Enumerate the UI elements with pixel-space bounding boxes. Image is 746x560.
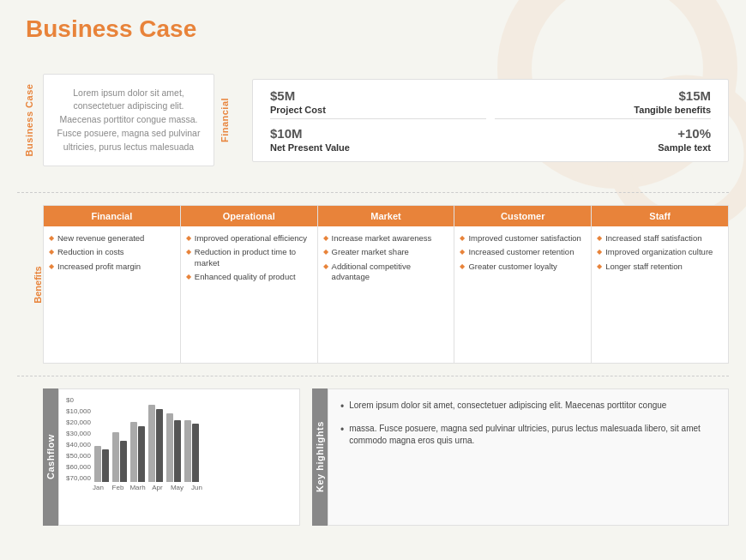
list-item: • Lorem ipsum dolor sit amet, consectetu…: [340, 400, 716, 414]
benefit-col-customer: Customer ◆Improved customer satisfaction…: [454, 205, 592, 364]
list-item: ◆Longer staff retention: [597, 262, 723, 272]
bottom-row: Cashflow $70,000 $60,000 $50,000 $40,000…: [17, 388, 729, 526]
diamond-icon: ◆: [323, 248, 328, 256]
list-item: ◆Improved customer satisfaction: [460, 233, 586, 244]
cashflow-panel: Cashflow $70,000 $60,000 $50,000 $40,000…: [43, 388, 300, 526]
diamond-icon: ◆: [186, 273, 191, 281]
benefit-col-financial: Financial ◆New revenue generated ◆Reduct…: [43, 205, 181, 364]
diamond-icon: ◆: [186, 234, 191, 243]
benefit-body-staff: ◆Increased staff satisfaction ◆Improved …: [592, 226, 728, 363]
key-highlights-panel: Key highlights • Lorem ipsum dolor sit a…: [312, 388, 729, 526]
bar: [166, 413, 173, 482]
bar: [130, 422, 137, 482]
project-cost-value: $5M: [270, 88, 486, 103]
npv-label: Net Present Value: [270, 142, 486, 153]
list-item: ◆Improved organization culture: [597, 247, 723, 257]
diamond-icon: ◆: [186, 248, 191, 256]
bar: [138, 426, 145, 482]
business-case-text: Lorem ipsum dolor sit amet, consectetuer…: [56, 87, 202, 154]
benefit-header-customer: Customer: [454, 206, 591, 226]
benefit-col-operational: Operational ◆Improved operational effici…: [181, 205, 318, 364]
list-item: • massa. Fusce posuere, magna sed pulvin…: [340, 423, 716, 447]
benefit-header-staff: Staff: [592, 206, 728, 226]
benefits-label: Benefits: [33, 266, 43, 303]
benefit-header-market: Market: [318, 206, 454, 226]
business-case-label: Business Case: [24, 84, 34, 157]
sample-text-label: Sample text: [495, 142, 711, 153]
page-title: Business Case: [26, 15, 196, 43]
diamond-icon: ◆: [49, 248, 54, 256]
bar-group-may: [166, 413, 181, 482]
diamond-icon: ◆: [597, 262, 602, 271]
bar: [192, 424, 199, 482]
bar: [156, 409, 163, 482]
key-highlights-content: • Lorem ipsum dolor sit amet, consectetu…: [328, 388, 729, 526]
diamond-icon: ◆: [49, 262, 54, 271]
list-item: ◆Improved operational efficiency: [186, 233, 312, 244]
benefits-section: Financial ◆New revenue generated ◆Reduct…: [43, 205, 729, 364]
bar-group-jan: [94, 446, 109, 482]
bar-group-feb: [112, 432, 127, 482]
bar-group-mar: [130, 422, 145, 482]
list-item: ◆Increased customer retention: [460, 247, 586, 257]
bar: [112, 432, 119, 482]
bar: [148, 405, 155, 482]
chart-bars: [94, 396, 292, 482]
diamond-icon: ◆: [49, 234, 54, 243]
bullet-icon: •: [340, 423, 344, 447]
benefit-body-market: ◆Increase market awareness ◆Greater mark…: [318, 226, 454, 363]
list-item: ◆Reduction in product time to market: [186, 247, 312, 268]
diamond-icon: ◆: [460, 234, 465, 243]
list-item: ◆Greater customer loyalty: [460, 262, 586, 272]
benefit-header-financial: Financial: [44, 206, 180, 226]
business-case-panel: Lorem ipsum dolor sit amet, consectetuer…: [43, 74, 214, 167]
benefit-col-market: Market ◆Increase market awareness ◆Great…: [318, 205, 455, 364]
benefit-body-customer: ◆Improved customer satisfaction ◆Increas…: [454, 226, 591, 363]
tangible-benefits-value: $15M: [495, 88, 711, 103]
bar: [174, 420, 181, 482]
section-divider-2: [17, 376, 729, 376]
project-cost-label: Project Cost: [270, 105, 486, 119]
diamond-icon: ◆: [597, 248, 602, 256]
bar-group-jun: [184, 420, 199, 482]
benefit-header-operational: Operational: [181, 206, 317, 226]
npv-value: $10M: [270, 121, 486, 141]
list-item: ◆Greater market share: [323, 247, 449, 257]
chart-x-axis: Jan Feb Marh Apr May Jun: [90, 484, 292, 491]
bar: [120, 441, 127, 482]
bullet-icon: •: [340, 400, 344, 414]
financial-label: Financial: [220, 98, 230, 142]
bar: [94, 446, 101, 482]
cashflow-label: Cashflow: [43, 388, 58, 526]
benefit-body-financial: ◆New revenue generated ◆Reduction in cos…: [44, 226, 180, 363]
bar: [102, 449, 109, 482]
diamond-icon: ◆: [323, 262, 328, 271]
diamond-icon: ◆: [597, 234, 602, 243]
key-highlights-label: Key highlights: [312, 388, 328, 526]
list-item: ◆Additional competitive advantage: [323, 262, 449, 283]
tangible-benefits-label: Tangible benefits: [495, 105, 711, 119]
diamond-icon: ◆: [460, 262, 465, 271]
benefit-body-operational: ◆Improved operational efficiency ◆Reduct…: [181, 226, 317, 363]
financial-panel: $5M $15M Project Cost Tangible benefits …: [252, 79, 729, 162]
chart-y-axis: $70,000 $60,000 $50,000 $40,000 $30,000 …: [66, 396, 91, 482]
bar: [184, 420, 191, 482]
benefit-col-staff: Staff ◆Increased staff satisfaction ◆Imp…: [592, 205, 729, 364]
list-item: ◆Enhanced quality of product: [186, 272, 312, 282]
bar-group-apr: [148, 405, 163, 482]
section-divider-1: [17, 192, 729, 193]
sample-text-value: +10%: [495, 121, 711, 141]
diamond-icon: ◆: [323, 234, 328, 243]
list-item: ◆Reduction in costs: [49, 247, 175, 257]
cashflow-chart: $70,000 $60,000 $50,000 $40,000 $30,000 …: [58, 388, 300, 526]
list-item: ◆Increase market awareness: [323, 233, 449, 244]
list-item: ◆Increased profit margin: [49, 262, 175, 272]
diamond-icon: ◆: [460, 248, 465, 256]
list-item: ◆Increased staff satisfaction: [597, 233, 723, 244]
list-item: ◆New revenue generated: [49, 233, 175, 244]
